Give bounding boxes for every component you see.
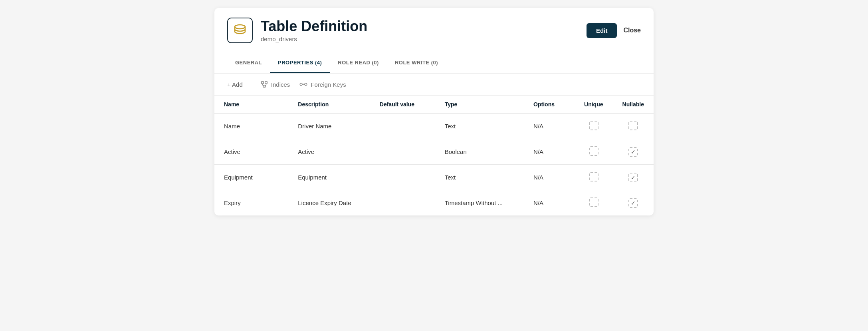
col-header-options: Options [524, 96, 575, 114]
nullable-checked: ✓ [628, 198, 638, 208]
cell-unique [575, 114, 612, 139]
tab-general[interactable]: GENERAL [227, 53, 270, 73]
cell-nullable: ✓ [613, 139, 654, 165]
col-header-type: Type [435, 96, 524, 114]
cell-nullable [613, 114, 654, 139]
cell-name: Active [214, 139, 288, 165]
add-button[interactable]: + Add [224, 80, 246, 90]
toolbar: + Add Indices Foreign Keys [214, 74, 654, 96]
indices-label: Indices [271, 81, 290, 88]
nullable-empty [628, 121, 638, 130]
cell-description: Driver Name [288, 114, 370, 139]
unique-empty [589, 197, 598, 207]
svg-point-8 [300, 83, 303, 86]
table-row[interactable]: Active Active Boolean N/A ✓ [214, 139, 654, 165]
table-row[interactable]: Name Driver Name Text N/A [214, 114, 654, 139]
col-header-unique: Unique [575, 96, 612, 114]
table-row[interactable]: Expiry Licence Expiry Date Timestamp Wit… [214, 190, 654, 216]
table-header-row: Name Description Default value Type Opti… [214, 96, 654, 114]
close-button[interactable]: Close [623, 27, 641, 34]
foreign-keys-label: Foreign Keys [311, 81, 346, 88]
header-icon-box [227, 18, 253, 43]
col-header-name: Name [214, 96, 288, 114]
col-header-nullable: Nullable [613, 96, 654, 114]
properties-table: Name Description Default value Type Opti… [214, 96, 654, 215]
unique-empty [589, 146, 598, 156]
cell-description: Equipment [288, 165, 370, 190]
cell-unique [575, 190, 612, 216]
toolbar-separator [251, 80, 251, 89]
header: Table Definition demo_drivers Edit Close [214, 8, 654, 53]
tab-role-write[interactable]: ROLE WRITE (0) [387, 53, 446, 73]
svg-point-0 [235, 25, 245, 29]
cell-options: N/A [524, 165, 575, 190]
svg-rect-1 [262, 82, 264, 84]
cell-name: Equipment [214, 165, 288, 190]
col-header-default: Default value [370, 96, 435, 114]
edit-button[interactable]: Edit [587, 23, 617, 38]
unique-empty [589, 172, 598, 181]
unique-empty [589, 121, 598, 130]
cell-nullable: ✓ [613, 190, 654, 216]
svg-rect-2 [265, 82, 267, 84]
foreign-keys-button[interactable]: Foreign Keys [295, 79, 351, 90]
cell-type: Timestamp Without ... [435, 190, 524, 216]
nullable-checked: ✓ [628, 147, 638, 157]
cell-default [370, 114, 435, 139]
cell-unique [575, 165, 612, 190]
table-row[interactable]: Equipment Equipment Text N/A ✓ [214, 165, 654, 190]
cell-name: Name [214, 114, 288, 139]
main-container: Table Definition demo_drivers Edit Close… [214, 8, 654, 215]
tabs-bar: GENERAL PROPERTIES (4) ROLE READ (0) ROL… [214, 53, 654, 74]
cell-default [370, 190, 435, 216]
indices-button[interactable]: Indices [256, 79, 295, 90]
cell-description: Active [288, 139, 370, 165]
nullable-checked: ✓ [628, 173, 638, 182]
header-actions: Edit Close [587, 23, 641, 38]
header-title-group: Table Definition demo_drivers [261, 18, 579, 43]
cell-default [370, 139, 435, 165]
tab-properties[interactable]: PROPERTIES (4) [270, 53, 330, 73]
tab-role-read[interactable]: ROLE READ (0) [330, 53, 387, 73]
database-icon [233, 23, 247, 38]
cell-unique [575, 139, 612, 165]
cell-options: N/A [524, 190, 575, 216]
cell-nullable: ✓ [613, 165, 654, 190]
cell-type: Text [435, 114, 524, 139]
foreign-keys-icon [299, 81, 307, 88]
header-subtitle: demo_drivers [261, 36, 579, 42]
indices-icon [261, 81, 268, 88]
cell-type: Text [435, 165, 524, 190]
col-header-description: Description [288, 96, 370, 114]
cell-options: N/A [524, 114, 575, 139]
cell-default [370, 165, 435, 190]
cell-description: Licence Expiry Date [288, 190, 370, 216]
cell-type: Boolean [435, 139, 524, 165]
cell-name: Expiry [214, 190, 288, 216]
page-title: Table Definition [261, 18, 579, 34]
cell-options: N/A [524, 139, 575, 165]
